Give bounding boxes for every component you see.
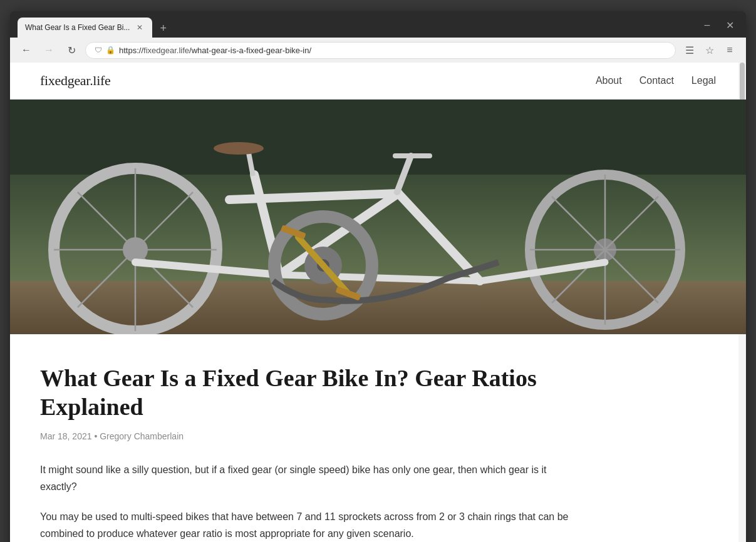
browser-menu-button[interactable]: ≡ [721,41,738,59]
website-content: fixedgear.life About Contact Legal [10,63,746,542]
url-path: /what-gear-is-a-fixed-gear-bike-in/ [189,46,311,55]
article-author: Gregory Chamberlain [100,431,184,441]
security-shield-icon: 🛡 [95,46,102,54]
minimize-button[interactable]: – [698,16,716,34]
forward-button[interactable]: → [40,41,58,59]
article-date: Mar 18, 2021 [40,431,92,441]
refresh-button[interactable]: ↻ [63,41,80,59]
article-paragraph-2: You may be used to multi-speed bikes tha… [40,508,581,542]
tab-title: What Gear Is a Fixed Gear Bi... [25,23,130,32]
svg-line-15 [229,193,398,200]
article-paragraph-1: It might sound like a silly question, bu… [40,461,581,495]
nav-about[interactable]: About [596,75,622,86]
bookmark-button[interactable]: ☆ [701,41,718,59]
browser-tab[interactable]: What Gear Is a Fixed Gear Bi... ✕ [18,18,152,38]
article-body: It might sound like a silly question, bu… [40,461,581,542]
browser-window: What Gear Is a Fixed Gear Bi... ✕ + – ✕ … [10,11,746,542]
title-bar: What Gear Is a Fixed Gear Bi... ✕ + – ✕ [10,11,746,38]
lock-icon: 🔒 [106,46,115,54]
url-bar[interactable]: 🛡 🔒 https://fixedgear.life/what-gear-is-… [85,42,676,59]
svg-point-28 [214,142,264,155]
article-title: What Gear Is a Fixed Gear Bike In? Gear … [40,364,581,421]
address-bar: ← → ↻ 🛡 🔒 https://fixedgear.life/what-ge… [10,38,746,63]
reader-mode-button[interactable]: ☰ [681,41,698,59]
website-wrapper: fixedgear.life About Contact Legal [10,63,746,542]
article-content: What Gear Is a Fixed Gear Bike In? Gear … [10,334,611,542]
tab-close-button[interactable]: ✕ [135,23,145,33]
new-tab-button[interactable]: + [155,19,172,38]
hero-bike-scene [10,100,746,334]
site-header: fixedgear.life About Contact Legal [10,63,746,100]
site-nav: About Contact Legal [596,75,716,86]
article-separator: • [94,431,97,441]
hero-bike-svg [10,100,746,334]
article-meta: Mar 18, 2021 • Gregory Chamberlain [40,431,581,441]
hero-image [10,100,746,334]
back-button[interactable]: ← [18,41,35,59]
url-domain: fixedgear.life [143,46,189,55]
address-actions: ☰ ☆ ≡ [681,41,738,59]
nav-legal[interactable]: Legal [691,75,716,86]
close-button[interactable]: ✕ [721,16,738,34]
window-controls: – ✕ [698,16,738,38]
url-text: https://fixedgear.life/what-gear-is-a-fi… [119,46,666,55]
site-logo[interactable]: fixedgear.life [40,73,110,89]
nav-contact[interactable]: Contact [639,75,674,86]
